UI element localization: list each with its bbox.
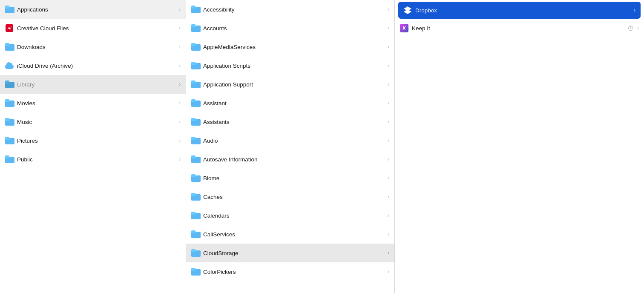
column-3: Dropbox › K Keep It ⏱ › <box>395 0 644 293</box>
icloud-icon <box>5 61 14 70</box>
chevron-biome: › <box>388 175 389 181</box>
list-item-cloud-storage[interactable]: CloudStorage › <box>186 244 394 262</box>
column-2: Accessibility › Accounts › AppleMediaSer… <box>186 0 395 293</box>
chevron-accessibility: › <box>388 6 389 12</box>
list-item-applications[interactable]: Applications › <box>0 0 186 19</box>
chevron-music: › <box>179 119 181 125</box>
folder-icon-call-services <box>191 230 200 238</box>
folder-icon-movies <box>5 99 14 107</box>
list-item-calendars[interactable]: Calendars › <box>186 206 394 225</box>
folder-icon-music <box>5 118 14 126</box>
chevron-call-services: › <box>388 231 389 237</box>
item-label-music: Music <box>17 119 177 125</box>
folder-icon-downloads <box>5 43 14 51</box>
list-item-keep-it[interactable]: K Keep It ⏱ › <box>395 19 644 37</box>
folder-icon-app-support <box>191 80 200 89</box>
list-item-accounts[interactable]: Accounts › <box>186 19 394 37</box>
item-label-call-services: CallServices <box>203 231 386 238</box>
list-item-autosave[interactable]: Autosave Information › <box>186 150 394 169</box>
item-label-pictures: Pictures <box>17 138 177 144</box>
list-item-icloud[interactable]: iCloud Drive (Archive) › <box>0 56 186 75</box>
list-item-audio[interactable]: Audio › <box>186 131 394 150</box>
folder-icon-audio <box>191 136 200 145</box>
folder-icon-accounts <box>191 24 200 32</box>
list-item-caches[interactable]: Caches › <box>186 187 394 206</box>
chevron-apple-media: › <box>388 44 389 50</box>
chevron-icloud: › <box>179 63 181 69</box>
folder-icon-calendars <box>191 211 200 220</box>
list-item-color-pickers[interactable]: ColorPickers › <box>186 262 394 281</box>
list-item-app-support[interactable]: Application Support › <box>186 75 394 94</box>
item-label-assistant: Assistant <box>203 100 386 106</box>
item-label-movies: Movies <box>17 100 177 106</box>
chevron-app-scripts: › <box>388 63 389 69</box>
item-label-app-support: Application Support <box>203 81 386 88</box>
list-item-pictures[interactable]: Pictures › <box>0 131 186 150</box>
item-label-icloud: iCloud Drive (Archive) <box>17 63 177 69</box>
clock-icon: ⏱ <box>627 25 634 32</box>
folder-icon-app-scripts <box>191 61 200 70</box>
item-label-downloads: Downloads <box>17 44 177 50</box>
list-item-dropbox[interactable]: Dropbox › <box>398 2 641 19</box>
list-item-creative-cloud[interactable]: Ai Creative Cloud Files › <box>0 19 186 37</box>
folder-icon-color-pickers <box>191 267 200 276</box>
column-1: Applications › Ai Creative Cloud Files ›… <box>0 0 186 293</box>
item-label-accessibility: Accessibility <box>203 6 386 13</box>
folder-icon-public <box>5 155 14 164</box>
folder-icon-assistant <box>191 99 200 107</box>
item-label-creative-cloud: Creative Cloud Files <box>17 25 177 32</box>
list-item-public[interactable]: Public › <box>0 150 186 169</box>
chevron-color-pickers: › <box>388 269 389 275</box>
chevron-dropbox: › <box>634 7 635 13</box>
list-item-apple-media[interactable]: AppleMediaServices › <box>186 37 394 56</box>
item-label-keep-it: Keep It <box>412 25 627 32</box>
chevron-library: › <box>179 81 181 87</box>
folder-icon-autosave <box>191 155 200 164</box>
folder-icon-apple-media <box>191 43 200 51</box>
chevron-calendars: › <box>388 213 389 218</box>
item-label-autosave: Autosave Information <box>203 156 386 163</box>
chevron-applications: › <box>179 6 181 12</box>
list-item-movies[interactable]: Movies › <box>0 94 186 112</box>
item-label-audio: Audio <box>203 138 386 144</box>
chevron-assistant: › <box>388 100 389 106</box>
chevron-keep-it: › <box>637 25 639 31</box>
chevron-creative-cloud: › <box>179 25 181 31</box>
list-item-assistants[interactable]: Assistants › <box>186 112 394 131</box>
folder-icon-cloud-storage <box>191 249 200 257</box>
dropbox-icon <box>403 6 412 14</box>
folder-icon-library <box>5 80 14 89</box>
list-item-biome[interactable]: Biome › <box>186 169 394 187</box>
item-label-calendars: Calendars <box>203 213 386 219</box>
item-label-library: Library <box>17 81 177 88</box>
item-label-caches: Caches <box>203 194 386 200</box>
list-item-assistant[interactable]: Assistant › <box>186 94 394 112</box>
chevron-audio: › <box>388 138 389 144</box>
list-item-call-services[interactable]: CallServices › <box>186 225 394 244</box>
folder-icon-caches <box>191 192 200 201</box>
chevron-public: › <box>179 156 181 162</box>
chevron-movies: › <box>179 100 181 106</box>
chevron-app-support: › <box>388 81 389 87</box>
keep-it-icon: K <box>400 24 408 32</box>
item-label-public: Public <box>17 156 177 163</box>
list-item-app-scripts[interactable]: Application Scripts › <box>186 56 394 75</box>
item-label-color-pickers: ColorPickers <box>203 269 386 275</box>
folder-icon-accessibility <box>191 5 200 14</box>
folder-icon-applications <box>5 5 14 14</box>
folder-icon-pictures <box>5 136 14 145</box>
list-item-library[interactable]: Library › <box>0 75 186 94</box>
chevron-assistants: › <box>388 119 389 125</box>
item-label-dropbox: Dropbox <box>415 7 632 14</box>
list-item-accessibility[interactable]: Accessibility › <box>186 0 394 19</box>
item-label-applications: Applications <box>17 6 177 13</box>
item-label-cloud-storage: CloudStorage <box>203 250 386 256</box>
chevron-cloud-storage: › <box>388 250 389 256</box>
list-item-music[interactable]: Music › <box>0 112 186 131</box>
chevron-pictures: › <box>179 138 181 144</box>
list-item-downloads[interactable]: Downloads › <box>0 37 186 56</box>
item-label-biome: Biome <box>203 175 386 181</box>
item-label-accounts: Accounts <box>203 25 386 32</box>
folder-icon-biome <box>191 174 200 182</box>
item-label-assistants: Assistants <box>203 119 386 125</box>
